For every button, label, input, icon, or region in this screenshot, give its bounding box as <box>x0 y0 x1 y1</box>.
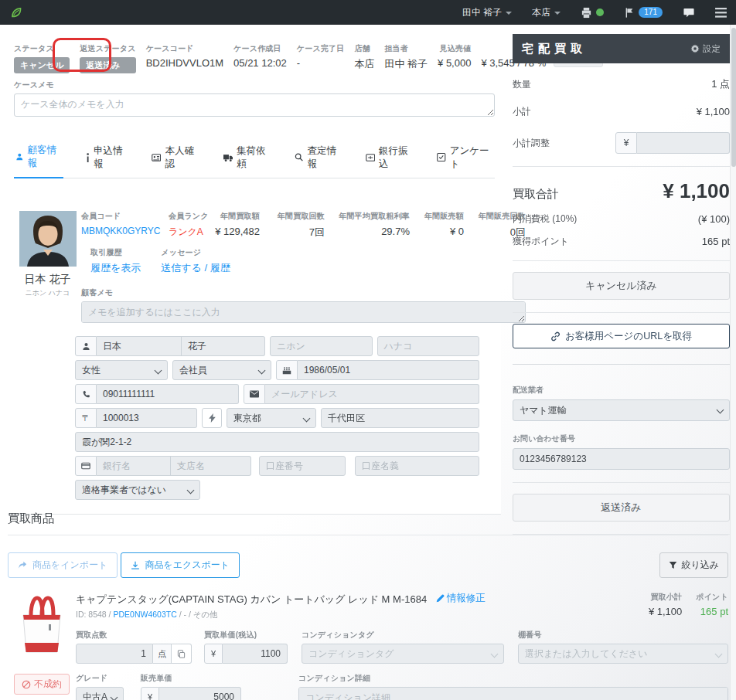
birthday-field[interactable]: 1986/05/01 <box>298 360 479 380</box>
tracking-number-input[interactable]: 0123456789123 <box>513 448 730 470</box>
kana-first-field[interactable]: ハナコ <box>377 336 480 356</box>
user-menu[interactable]: 田中 裕子 <box>462 6 512 19</box>
chevron-down-icon <box>554 12 561 15</box>
chevron-down-icon <box>506 12 512 15</box>
carrier-label: 配送業者 <box>513 385 730 396</box>
product-qty-input[interactable]: 1 <box>76 644 153 664</box>
tab-pickup-request[interactable]: 集荷依頼 <box>222 139 273 178</box>
member-code-link[interactable]: MBMQKK0GYRYC <box>81 226 169 236</box>
stat-label: 会員ランク <box>169 211 209 222</box>
cancelled-button[interactable]: キャンセル済み <box>513 272 730 300</box>
email-field[interactable]: メールアドレス <box>265 384 479 404</box>
subtotal-row: 小計 ¥ 1,100 <box>513 105 730 118</box>
scrollbar[interactable] <box>730 25 736 700</box>
postal-lookup-button[interactable] <box>202 408 222 428</box>
prefecture-select[interactable]: 東京都 <box>227 408 316 428</box>
history-label: 取引履歴 <box>90 247 141 258</box>
product-points-group: ポイント 165 pt <box>696 592 728 617</box>
shelf-number-select[interactable]: 選択または入力してください <box>518 644 728 664</box>
kana-last-field[interactable]: ニホン <box>270 336 373 356</box>
city-field[interactable]: 千代田区 <box>321 408 479 428</box>
export-button-label: 商品をエクスポート <box>145 559 230 572</box>
gender-select[interactable]: 女性 <box>75 360 168 380</box>
chat-menu[interactable] <box>683 7 695 19</box>
case-memo-input[interactable] <box>14 93 495 117</box>
history-group: 取引履歴 履歴を表示 <box>90 247 141 275</box>
stat-label: 年間買取額 <box>220 211 260 222</box>
main-menu[interactable] <box>715 8 727 18</box>
status-label: ステータス <box>14 43 70 54</box>
last-name-field[interactable]: 日本 <box>97 336 182 356</box>
order-summary-panel: 宅配買取 設定 数量 1 点 小計 ¥ 1,100 小計調整 ¥ 買取合計 ¥ … <box>513 34 730 535</box>
product-code-link[interactable]: PDE0NW4603TC <box>113 610 176 619</box>
edit-product-link[interactable]: 情報修正 <box>436 592 486 605</box>
tab-survey[interactable]: アンケート <box>435 139 495 178</box>
unit-price-input[interactable]: 1100 <box>223 644 288 664</box>
branch-name-field[interactable]: 支店名 <box>171 456 251 476</box>
copy-button[interactable] <box>172 644 192 664</box>
divider <box>513 166 730 167</box>
person-icon <box>75 336 97 356</box>
tab-application-info[interactable]: 申込情報 <box>84 139 129 178</box>
case-store-label: 店舗 <box>354 43 374 54</box>
carrier-select[interactable]: ヤマト運輸 <box>513 399 730 421</box>
grade-select[interactable]: 中古A <box>76 687 124 700</box>
first-name-field[interactable]: 花子 <box>182 336 265 356</box>
tab-identity-check[interactable]: 本人確認 <box>150 139 201 178</box>
product-subtotal-value: ¥ 1,100 <box>649 606 682 617</box>
phone-field[interactable]: 09011111111 <box>97 384 239 404</box>
store-menu[interactable]: 本店 <box>532 6 561 19</box>
notifications[interactable]: 171 <box>624 7 663 19</box>
address-field[interactable]: 霞が関2-1-2 <box>75 432 479 452</box>
condition-detail-input[interactable] <box>298 687 728 700</box>
tracking-number-label: お問い合わせ番号 <box>513 433 730 444</box>
adjustment-input[interactable] <box>637 132 730 154</box>
case-panel: ステータス キャンセル 返送ステータス 返送済み ケースコード BD2IHDVV… <box>8 34 501 515</box>
unit-price-label: 買取単価(税込) <box>204 630 288 641</box>
printer-status[interactable] <box>581 7 604 19</box>
case-completed-label: ケース完了日 <box>297 43 345 54</box>
message-history-link[interactable]: 履歴 <box>210 262 230 274</box>
export-products-button[interactable]: 商品をエクスポート <box>121 552 240 578</box>
product-main: キャプテンスタッグ(CAPTAIN STAG) カバン トートバッグ レッド M… <box>76 592 728 700</box>
customer-kana: ニホン ハナコ <box>14 288 81 298</box>
tab-label: アンケート <box>450 144 493 171</box>
customer-memo-input[interactable] <box>81 301 526 323</box>
stat-annual-buy-count: 年間買取回数 7回 <box>271 211 325 240</box>
postal-code-field[interactable]: 1000013 <box>97 408 197 428</box>
invoice-status-select[interactable]: 適格事業者ではない <box>75 480 200 500</box>
scrollbar-thumb[interactable] <box>731 28 736 167</box>
tab-assessment-info[interactable]: 査定情報 <box>293 139 343 178</box>
tab-customer-info[interactable]: 顧客情報 <box>14 139 63 178</box>
case-created-group: ケース作成日 05/21 12:02 <box>233 43 287 69</box>
occupation-select[interactable]: 会社員 <box>172 360 271 380</box>
import-products-button[interactable]: 商品をインポート <box>8 552 118 578</box>
return-status-group: 返送ステータス 返送済み <box>80 43 135 73</box>
gear-icon <box>690 44 700 53</box>
divider <box>513 260 730 261</box>
product-title: キャプテンスタッグ(CAPTAIN STAG) カバン トートバッグ レッド M… <box>76 593 427 605</box>
product-image[interactable] <box>12 592 71 663</box>
tab-label: 本人確認 <box>165 144 199 171</box>
divider <box>513 482 730 483</box>
condition-tag-select[interactable]: コンディションタグ <box>302 644 504 664</box>
stat-annual-margin: 年間平均買取粗利率 29.7% <box>336 211 410 237</box>
filter-button[interactable]: 絞り込み <box>659 552 728 578</box>
sale-price-input[interactable]: 5000 <box>159 687 241 700</box>
send-message-link[interactable]: 送信する <box>161 262 202 274</box>
divider <box>8 535 728 535</box>
tax-row: 内消費税 (10%) (¥ 100) <box>513 212 730 226</box>
app-logo-icon[interactable] <box>9 5 23 19</box>
customer-page-url-button[interactable]: お客様用ページのURLを取得 <box>513 324 730 348</box>
account-holder-field[interactable]: 口座名義 <box>355 456 479 476</box>
show-history-link[interactable]: 履歴を表示 <box>90 261 141 275</box>
account-number-field[interactable]: 口座番号 <box>259 456 346 476</box>
bank-name-field[interactable]: 銀行名 <box>97 456 171 476</box>
notification-count-badge: 171 <box>639 7 663 18</box>
qty-value: 1 点 <box>711 77 730 91</box>
tab-bank-transfer[interactable]: 銀行振込 <box>364 139 415 178</box>
settings-button[interactable]: 設定 <box>690 43 721 55</box>
points-value: 165 pt <box>702 236 730 247</box>
message-label: メッセージ <box>161 247 230 258</box>
product-subtotal-label: 買取小計 <box>650 592 682 603</box>
